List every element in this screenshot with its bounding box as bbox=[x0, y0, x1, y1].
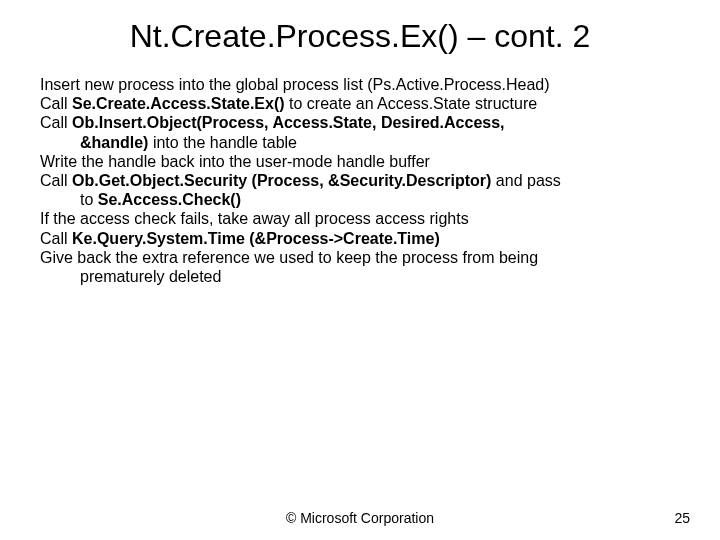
slide-body: Insert new process into the global proce… bbox=[40, 75, 680, 286]
body-line: Write the handle back into the user-mode… bbox=[40, 152, 680, 171]
footer-page-number: 25 bbox=[674, 510, 690, 526]
bold: &handle) bbox=[80, 134, 148, 151]
slide-title: Nt.Create.Process.Ex() – cont. 2 bbox=[0, 18, 720, 55]
bold: Se.Create.Access.State.Ex() bbox=[72, 95, 285, 112]
text: Give back the extra reference we used to… bbox=[40, 249, 538, 266]
text: Call bbox=[40, 95, 72, 112]
body-line-continuation: &handle) into the handle table bbox=[40, 133, 680, 152]
bold: Ob.Insert.Object(Process, Access.State, … bbox=[72, 114, 505, 131]
text: Call bbox=[40, 230, 72, 247]
bold: Ob.Get.Object.Security (Process, &Securi… bbox=[72, 172, 491, 189]
bold: Se.Access.Check() bbox=[98, 191, 241, 208]
text: prematurely deleted bbox=[80, 268, 221, 285]
body-line: Call Ob.Get.Object.Security (Process, &S… bbox=[40, 171, 680, 190]
text: Call bbox=[40, 172, 72, 189]
text: and pass bbox=[491, 172, 560, 189]
footer-copyright: © Microsoft Corporation bbox=[0, 510, 720, 526]
body-line: Insert new process into the global proce… bbox=[40, 75, 680, 94]
text: Write the handle back into the user-mode… bbox=[40, 153, 430, 170]
body-line: If the access check fails, take away all… bbox=[40, 209, 680, 228]
body-line: Give back the extra reference we used to… bbox=[40, 248, 680, 267]
body-line: Call Ob.Insert.Object(Process, Access.St… bbox=[40, 113, 680, 132]
text: into the handle table bbox=[148, 134, 297, 151]
body-line-continuation: prematurely deleted bbox=[40, 267, 680, 286]
text: to bbox=[80, 191, 98, 208]
body-line-continuation: to Se.Access.Check() bbox=[40, 190, 680, 209]
body-line: Call Se.Create.Access.State.Ex() to crea… bbox=[40, 94, 680, 113]
body-line: Call Ke.Query.System.Time (&Process->Cre… bbox=[40, 229, 680, 248]
bold: Ke.Query.System.Time (&Process->Create.T… bbox=[72, 230, 440, 247]
slide: Nt.Create.Process.Ex() – cont. 2 Insert … bbox=[0, 0, 720, 540]
text: to create an Access.State structure bbox=[285, 95, 538, 112]
text: Insert new process into the global proce… bbox=[40, 76, 550, 93]
text: Call bbox=[40, 114, 72, 131]
text: If the access check fails, take away all… bbox=[40, 210, 469, 227]
